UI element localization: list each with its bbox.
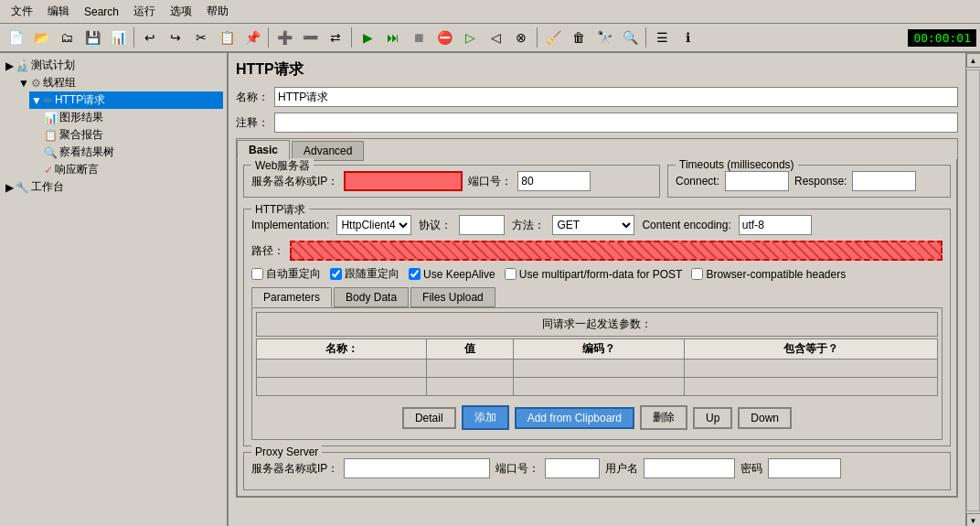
save-button[interactable]: 💾 bbox=[80, 26, 104, 49]
sidebar-item-http-request[interactable]: ▼ ✏ HTTP请求 bbox=[29, 91, 223, 109]
stop-now-button[interactable]: ⛔ bbox=[432, 26, 456, 49]
auto-redirect-check[interactable]: 自动重定向 bbox=[251, 266, 321, 282]
collapse-button[interactable]: ➖ bbox=[298, 26, 322, 49]
undo-button[interactable]: ↩ bbox=[138, 26, 162, 49]
encoding-input[interactable] bbox=[739, 215, 812, 235]
protocol-input[interactable] bbox=[459, 215, 505, 235]
response-label: Response: bbox=[794, 175, 847, 188]
menu-edit[interactable]: 编辑 bbox=[40, 2, 77, 21]
path-input[interactable] bbox=[290, 241, 943, 261]
menu-help[interactable]: 帮助 bbox=[199, 2, 236, 21]
port-label: 端口号： bbox=[468, 174, 512, 189]
proxy-pwd-input[interactable] bbox=[768, 458, 841, 478]
proxy-server-input[interactable] bbox=[344, 458, 490, 478]
paste-button[interactable]: 📌 bbox=[240, 26, 264, 49]
scroll-track[interactable] bbox=[966, 70, 980, 511]
menu-options[interactable]: 选项 bbox=[163, 2, 199, 21]
tab-basic[interactable]: Basic bbox=[237, 140, 290, 160]
sidebar-item-result-tree[interactable]: 🔍 察看结果树 bbox=[42, 144, 223, 161]
down-button[interactable]: Down bbox=[738, 407, 792, 429]
revert-button[interactable]: 📊 bbox=[106, 26, 130, 49]
scroll-down-button[interactable]: ▼ bbox=[966, 513, 981, 526]
triangle-icon: ▶ bbox=[5, 59, 14, 72]
close-button[interactable]: 🗂 bbox=[55, 26, 79, 49]
thread-group-container: ▼ ⚙ 线程组 ▼ ✏ HTTP请求 📊 图形结果 📋 聚合 bbox=[4, 74, 223, 178]
comment-input[interactable] bbox=[274, 113, 958, 133]
http-request-group: HTTP请求 Implementation: HttpClient4 Java … bbox=[243, 209, 951, 446]
follow-redirect-check[interactable]: 跟随重定向 bbox=[330, 266, 399, 282]
detail-button[interactable]: Detail bbox=[402, 407, 456, 429]
list-button[interactable]: ☰ bbox=[650, 26, 674, 49]
stop-button[interactable]: ⏹ bbox=[407, 26, 431, 49]
name-input[interactable] bbox=[274, 87, 958, 107]
path-row: 路径： bbox=[251, 241, 943, 261]
aggregate-icon: 📋 bbox=[44, 129, 58, 142]
cell-include bbox=[684, 360, 937, 378]
sub-tab-body-data[interactable]: Body Data bbox=[334, 287, 409, 307]
checkboxes-row: 自动重定向 跟随重定向 Use KeepAlive bbox=[251, 266, 943, 282]
connect-input[interactable] bbox=[725, 171, 789, 191]
sidebar-item-label: 工作台 bbox=[31, 179, 64, 195]
remote-stop-now-button[interactable]: ⊗ bbox=[509, 26, 533, 49]
cell-encode bbox=[514, 378, 684, 396]
table-row-empty bbox=[257, 360, 938, 378]
response-input[interactable] bbox=[852, 171, 916, 191]
remote-stop-button[interactable]: ◁ bbox=[484, 26, 507, 49]
new-button[interactable]: 📄 bbox=[4, 26, 27, 49]
proxy-row: 服务器名称或IP： 端口号： 用户名 密码 bbox=[251, 458, 943, 478]
graph-icon: 📊 bbox=[44, 112, 58, 124]
server-label: 服务器名称或IP： bbox=[251, 174, 338, 189]
multipart-check[interactable]: Use multipart/form-data for POST bbox=[505, 268, 683, 281]
sub-tab-parameters[interactable]: Parameters bbox=[251, 287, 332, 307]
sidebar-item-aggregate[interactable]: 📋 聚合报告 bbox=[42, 126, 223, 144]
sidebar-item-assertion[interactable]: ✓ 响应断言 bbox=[42, 161, 223, 178]
menu-file[interactable]: 文件 bbox=[4, 2, 40, 21]
name-row: 名称： bbox=[236, 87, 958, 107]
scroll-up-button[interactable]: ▲ bbox=[966, 53, 981, 68]
menu-run[interactable]: 运行 bbox=[126, 2, 163, 21]
method-select[interactable]: GET POST PUT DELETE bbox=[552, 215, 634, 235]
add-button[interactable]: 添加 bbox=[462, 405, 509, 430]
keep-alive-check[interactable]: Use KeepAlive bbox=[409, 268, 495, 281]
clear-button[interactable]: 🧹 bbox=[541, 26, 565, 49]
delete-button[interactable]: 删除 bbox=[640, 405, 687, 430]
redo-button[interactable]: ↪ bbox=[164, 26, 187, 49]
sidebar-item-label: 响应断言 bbox=[55, 162, 99, 177]
sidebar-item-test-plan[interactable]: ▶ 🔬 测试计划 bbox=[4, 57, 223, 74]
expand-button[interactable]: ➕ bbox=[272, 26, 296, 49]
proxy-port-input[interactable] bbox=[545, 458, 600, 478]
sub-tab-files-upload[interactable]: Files Upload bbox=[410, 287, 495, 307]
run-button[interactable]: ▶ bbox=[356, 26, 379, 49]
add-clipboard-button[interactable]: Add from Clipboard bbox=[515, 407, 634, 429]
run-all-button[interactable]: ⏭ bbox=[381, 26, 405, 49]
menu-search[interactable]: Search bbox=[77, 4, 126, 20]
clear-all-button[interactable]: 🗑 bbox=[567, 26, 591, 49]
up-button[interactable]: Up bbox=[693, 407, 732, 429]
method-label: 方法： bbox=[512, 218, 545, 233]
toolbar-sep3 bbox=[351, 27, 352, 48]
web-server-title: Web服务器 bbox=[251, 158, 314, 174]
impl-select[interactable]: HttpClient4 Java bbox=[336, 215, 411, 235]
cell-include bbox=[684, 378, 937, 396]
col-name-header: 名称： bbox=[257, 339, 427, 360]
cut-button[interactable]: ✂ bbox=[189, 26, 213, 49]
open-button[interactable]: 📂 bbox=[29, 26, 53, 49]
timeouts-group: Timeouts (milliseconds) Connect: Respons… bbox=[667, 165, 951, 198]
sidebar-item-thread-group[interactable]: ▼ ⚙ 线程组 bbox=[16, 74, 223, 91]
browser-compatible-check[interactable]: Browser-compatible headers bbox=[691, 268, 846, 281]
toolbar-sep5 bbox=[645, 27, 646, 48]
remote-run-button[interactable]: ▷ bbox=[458, 26, 482, 49]
server-input[interactable] bbox=[344, 171, 463, 191]
port-input[interactable] bbox=[517, 171, 591, 191]
help-button[interactable]: 🔍 bbox=[618, 26, 642, 49]
triangle-icon: ▼ bbox=[31, 94, 42, 107]
info-button[interactable]: ℹ bbox=[676, 26, 699, 49]
proxy-user-input[interactable] bbox=[644, 458, 735, 478]
sidebar-item-workbench[interactable]: ▶ 🔧 工作台 bbox=[4, 178, 223, 196]
server-timeouts-row: Web服务器 服务器名称或IP： 端口号： Timeouts (millisec… bbox=[243, 165, 951, 203]
search-button[interactable]: 🔭 bbox=[592, 26, 616, 49]
sidebar-item-graph[interactable]: 📊 图形结果 bbox=[42, 109, 223, 126]
timeouts-row: Connect: Response: bbox=[676, 171, 943, 191]
toggle-button[interactable]: ⇄ bbox=[324, 26, 347, 49]
copy-button[interactable]: 📋 bbox=[215, 26, 239, 49]
